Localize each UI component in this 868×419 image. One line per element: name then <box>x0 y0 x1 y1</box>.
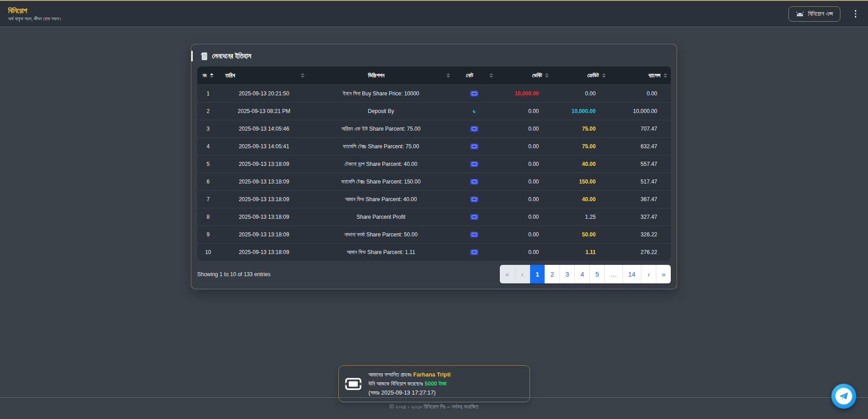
kebab-icon <box>855 10 857 12</box>
cell-description: ফ্যামেলি টেক্সঃ Share Parcent: 75.00 <box>309 138 453 155</box>
table-row: 2 2025-09-13 08:21 PM Deposit By ৳ 0.00 … <box>197 102 671 120</box>
top-navbar: বিনিয়োগ অর্থ থাকুক সচল, জীবন হোক সফল। ব… <box>0 1 868 27</box>
android-icon <box>796 11 804 17</box>
cell-balance: 707.47 <box>609 120 671 137</box>
app-download-label: বিনিয়োগ এপ্স <box>808 10 833 18</box>
cell-debit: 0.00 <box>496 155 553 173</box>
column-header-date[interactable]: তারিখ <box>219 66 309 85</box>
cell-credit: 0.00 <box>552 85 609 102</box>
cell-credit: 1.25 <box>552 208 609 226</box>
cell-balance: 632.47 <box>609 138 671 155</box>
cell-credit: 40.00 <box>552 191 609 208</box>
pagination-next[interactable]: › <box>641 265 656 283</box>
sort-icon <box>210 73 213 78</box>
brand-title[interactable]: বিনিয়োগ <box>8 6 62 15</box>
cell-note[interactable] <box>453 85 495 102</box>
ticket-icon <box>470 214 478 220</box>
cell-date: 2025-09-13 13:18:09 <box>219 191 309 208</box>
ticket-icon <box>470 197 478 202</box>
pagination-page-14[interactable]: 14 <box>622 265 641 283</box>
column-header-note[interactable]: নোট <box>453 66 495 85</box>
cell-debit: 0.00 <box>496 208 553 226</box>
table-row: 7 2025-09-13 13:18:09 আমান ফিড Share Par… <box>197 190 671 208</box>
pagination-prev[interactable]: ‹ <box>515 265 530 283</box>
pagination-page-4[interactable]: 4 <box>574 265 589 283</box>
card-title: লেনদেনের ইতিহাস <box>212 52 251 60</box>
ticket-icon <box>470 250 478 255</box>
customer-line-1: আমাদের সম্মানিত গ্রাহকঃ Farhana Tripti <box>369 370 451 379</box>
cell-credit: 1.11 <box>552 244 609 261</box>
cell-note[interactable] <box>453 173 495 190</box>
cell-balance: 326.22 <box>609 226 671 243</box>
app-download-button[interactable]: বিনিয়োগ এপ্স <box>788 6 840 22</box>
cell-credit: 75.00 <box>552 138 609 155</box>
cell-debit: 10,000.00 <box>496 85 553 102</box>
cell-debit: 0.00 <box>496 173 553 190</box>
cell-serial: 8 <box>197 208 219 226</box>
title-accent-bar <box>191 51 193 61</box>
pagination-page-5[interactable]: 5 <box>589 265 604 283</box>
cell-balance: 367.47 <box>609 191 671 208</box>
customer-banner: আমাদের সম্মানিত গ্রাহকঃ Farhana Tripti উ… <box>338 365 530 402</box>
cell-date: 2025-09-13 13:18:09 <box>219 244 309 261</box>
column-header-no[interactable]: নং <box>197 66 219 85</box>
ticket-icon <box>470 91 478 96</box>
cell-debit: 0.00 <box>496 191 553 208</box>
cell-description: Deposit By <box>309 103 453 120</box>
telegram-icon <box>835 388 852 405</box>
column-header-description[interactable]: ডিস্ক্রিপশন <box>309 66 453 85</box>
pagination-last[interactable]: » <box>656 265 671 283</box>
cell-date: 2025-09-13 13:18:09 <box>219 173 309 190</box>
cell-note[interactable] <box>453 208 495 226</box>
table-row: 5 2025-09-13 13:18:09 টেকনো ড্রাগ Share … <box>197 155 671 173</box>
cell-serial: 7 <box>197 191 219 208</box>
cell-credit: 50.00 <box>552 226 609 243</box>
column-header-credit[interactable]: ক্রেডিট <box>552 66 609 85</box>
overflow-menu-button[interactable] <box>852 8 859 19</box>
column-header-balance[interactable]: ব্যালেন্স <box>609 66 671 85</box>
cell-note[interactable] <box>453 138 495 155</box>
brand[interactable]: বিনিয়োগ অর্থ থাকুক সচল, জীবন হোক সফল। <box>8 6 62 22</box>
table-row: 10 2025-09-13 13:18:09 আমান ফিড Share Pa… <box>197 243 671 261</box>
sort-icon <box>489 73 493 78</box>
sort-icon <box>301 73 304 78</box>
taka-icon: ৳ <box>473 108 475 115</box>
telegram-fab[interactable] <box>831 384 856 409</box>
column-header-debit[interactable]: ডেবিট <box>496 66 553 85</box>
cell-description: আমান ফিড Share Parcent: 1.11 <box>309 244 453 261</box>
brand-tagline: অর্থ থাকুক সচল, জীবন হোক সফল। <box>8 16 62 22</box>
customer-name: Farhana Tripti <box>413 372 451 378</box>
cell-serial: 10 <box>197 244 219 261</box>
cell-debit: 0.00 <box>496 226 553 243</box>
cell-note[interactable] <box>453 120 495 137</box>
sort-icon <box>664 73 667 78</box>
cell-debit: 0.00 <box>496 103 553 120</box>
cell-balance: 517.47 <box>609 173 671 190</box>
cell-note[interactable] <box>453 155 495 173</box>
cell-serial: 9 <box>197 226 219 243</box>
cell-serial: 5 <box>197 155 219 173</box>
cell-note[interactable] <box>453 191 495 208</box>
cell-serial: 2 <box>197 103 219 120</box>
ticket-icon <box>470 179 478 184</box>
pagination-page-2[interactable]: 2 <box>545 265 560 283</box>
cell-date: 2025-09-13 13:18:09 <box>219 226 309 243</box>
table-row: 3 2025-09-13 14:05:46 অরিয়ন এফ ইউ Share… <box>197 120 671 137</box>
table-header-row: নং তারিখ ডিস্ক্রিপশন নোট ডেবিট ক্রেডিট <box>197 66 671 85</box>
cell-description: ইবনে সিনা Buy Share Price: 10000 <box>309 85 453 102</box>
table-row: 6 2025-09-13 13:18:09 ফ্যামেলি টেক্সঃ Sh… <box>197 173 671 190</box>
pagination-first[interactable]: « <box>500 265 515 283</box>
cell-description: অরিয়ন এফ ইউ Share Parcent: 75.00 <box>309 120 453 137</box>
cell-credit: 10,000.00 <box>552 103 609 120</box>
ticket-icon <box>470 232 478 237</box>
cell-note[interactable] <box>453 226 495 243</box>
cell-note[interactable]: ৳ <box>453 103 495 120</box>
cell-note[interactable] <box>453 244 495 261</box>
pagination-page-1[interactable]: 1 <box>530 265 545 283</box>
cell-serial: 6 <box>197 173 219 190</box>
ticket-icon <box>470 126 478 132</box>
sort-icon <box>602 73 606 78</box>
pagination-page-3[interactable]: 3 <box>560 265 574 283</box>
cell-serial: 4 <box>197 138 219 155</box>
cell-balance: 327.47 <box>609 208 671 226</box>
